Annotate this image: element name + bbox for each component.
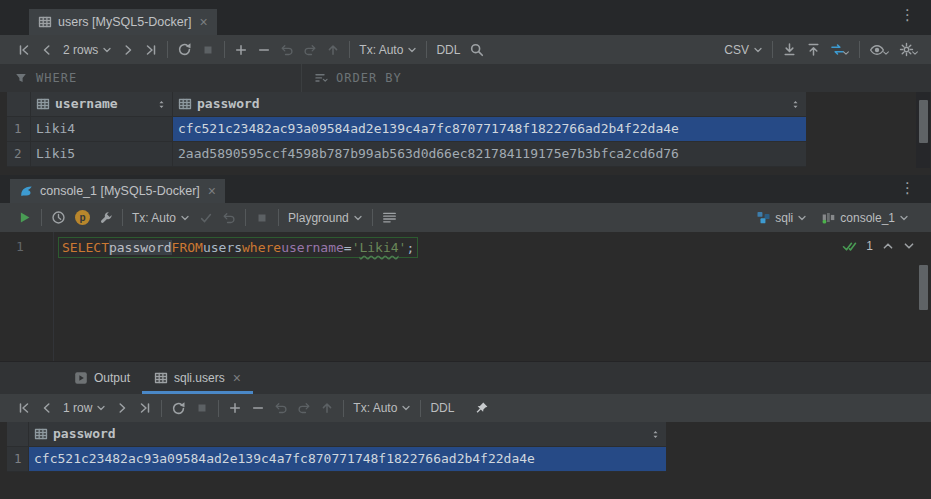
submit-icon[interactable]	[320, 401, 334, 415]
row-number[interactable]: 1	[7, 117, 30, 142]
import-upload-icon[interactable]	[806, 42, 821, 57]
cell-password[interactable]: 2aad5890595ccf4598b787b99ab563d0d66ec821…	[172, 142, 806, 167]
output-mode-icon[interactable]	[382, 210, 397, 225]
data-editor-toolbar-right: CSV	[724, 41, 919, 58]
order-by-filter[interactable]: ORDER BY	[301, 64, 402, 92]
search-icon[interactable]	[469, 42, 484, 57]
view-options-button[interactable]	[869, 42, 890, 58]
scrollbar-thumb[interactable]	[919, 265, 928, 310]
wrench-icon[interactable]	[99, 211, 113, 225]
rows-count-dropdown[interactable]: 1 row	[63, 401, 106, 415]
add-row-icon[interactable]	[228, 401, 242, 415]
undo-icon[interactable]	[274, 401, 288, 415]
sort-icon[interactable]	[790, 99, 801, 110]
scrollbar-track[interactable]	[916, 92, 930, 168]
result-toolbar: 1 row Tx: Auto DDL	[0, 394, 931, 422]
last-page-icon[interactable]	[138, 401, 152, 415]
cell-password-selected[interactable]: cfc521c23482ac93a09584ad2e139c4a7fc87077…	[28, 447, 666, 472]
settings-button[interactable]	[899, 42, 919, 57]
revert-icon[interactable]	[297, 401, 311, 415]
reload-icon[interactable]	[171, 401, 186, 416]
previous-page-icon[interactable]	[40, 401, 54, 415]
first-page-icon[interactable]	[17, 43, 31, 57]
stop-icon[interactable]	[255, 211, 269, 225]
scrollbar-thumb[interactable]	[919, 100, 928, 143]
sort-icon[interactable]	[156, 99, 167, 110]
export-download-icon[interactable]	[782, 42, 797, 57]
sql-keyword: SELECT	[62, 240, 109, 255]
parameters-icon[interactable]: p	[75, 210, 90, 225]
separator	[278, 209, 279, 226]
sql-editor[interactable]: 1 SELECT password FROM users where usern…	[0, 232, 931, 361]
close-icon[interactable]: ×	[233, 371, 241, 385]
row-number[interactable]: 2	[7, 142, 30, 167]
column-header-password[interactable]: password	[28, 422, 666, 447]
playground-mode-dropdown[interactable]: Playground	[288, 211, 363, 225]
pin-icon[interactable]	[475, 401, 489, 415]
sql-table-ref: users	[203, 240, 242, 255]
console-toolbar-right: sqli console_1	[756, 210, 919, 225]
tab-sqli-users-result[interactable]: sqli.users ×	[142, 362, 253, 394]
revert-icon[interactable]	[303, 43, 317, 57]
history-clock-icon[interactable]	[51, 210, 66, 225]
row-number[interactable]: 1	[7, 447, 28, 472]
tx-mode-dropdown[interactable]: Tx: Auto	[132, 211, 190, 225]
cell-username[interactable]: Liki4	[30, 117, 172, 142]
column-icon	[178, 97, 192, 111]
run-icon[interactable]	[17, 210, 32, 225]
first-page-icon[interactable]	[17, 401, 31, 415]
tab-console-1[interactable]: console_1 [MySQL5-Docker] ×	[10, 179, 225, 203]
sql-statement[interactable]: SELECT password FROM users where usernam…	[58, 237, 418, 258]
sql-string-quote: '	[352, 240, 360, 255]
output-play-icon	[74, 371, 88, 385]
next-page-icon[interactable]	[121, 43, 135, 57]
sql-string-quote: '	[399, 240, 407, 255]
close-icon[interactable]: ×	[208, 184, 216, 198]
cell-username[interactable]: Liki5	[30, 142, 172, 167]
delete-row-icon[interactable]	[257, 43, 271, 57]
table-icon	[38, 15, 52, 29]
separator	[224, 41, 225, 58]
where-filter[interactable]: WHERE	[0, 64, 301, 92]
ddl-button[interactable]: DDL	[430, 401, 454, 415]
separator	[859, 41, 860, 58]
column-header-password[interactable]: password	[172, 92, 806, 117]
next-page-icon[interactable]	[115, 401, 129, 415]
stop-icon[interactable]	[195, 401, 209, 415]
schema-icon	[756, 210, 771, 225]
filter-funnel-icon	[14, 71, 28, 85]
tab-title: users [MySQL5-Docker]	[58, 15, 191, 29]
close-icon[interactable]: ×	[199, 15, 207, 29]
sort-icon[interactable]	[650, 429, 661, 440]
separator	[245, 209, 246, 226]
export-format-dropdown[interactable]: CSV	[724, 43, 763, 57]
separator	[772, 41, 773, 58]
previous-page-icon[interactable]	[40, 43, 54, 57]
ddl-button[interactable]: DDL	[436, 43, 460, 57]
tab-output[interactable]: Output	[62, 362, 142, 394]
tx-mode-dropdown[interactable]: Tx: Auto	[359, 43, 417, 57]
rows-count-dropdown[interactable]: 2 rows	[63, 43, 112, 57]
session-selector[interactable]: console_1	[821, 210, 909, 225]
reload-icon[interactable]	[177, 42, 192, 57]
tab-users-table[interactable]: users [MySQL5-Docker] ×	[29, 9, 217, 35]
tx-mode-dropdown[interactable]: Tx: Auto	[353, 401, 411, 415]
column-header-label: password	[197, 92, 260, 116]
submit-icon[interactable]	[326, 43, 340, 57]
kebab-menu-icon[interactable]: ⋮	[900, 181, 915, 196]
stop-icon[interactable]	[201, 43, 215, 57]
compare-sync-button[interactable]	[830, 42, 850, 57]
last-page-icon[interactable]	[144, 43, 158, 57]
undo-icon[interactable]	[280, 43, 294, 57]
cell-password-selected[interactable]: cfc521c23482ac93a09584ad2e139c4a7fc87077…	[172, 117, 806, 142]
chevron-up-icon[interactable]	[882, 240, 894, 252]
commit-check-icon[interactable]	[199, 211, 213, 225]
column-header-username[interactable]: username	[30, 92, 172, 117]
schema-selector[interactable]: sqli	[756, 210, 807, 225]
kebab-menu-icon[interactable]: ⋮	[900, 8, 915, 23]
chevron-down-icon[interactable]	[903, 240, 915, 252]
header-gutter	[7, 92, 30, 117]
add-row-icon[interactable]	[234, 43, 248, 57]
delete-row-icon[interactable]	[251, 401, 265, 415]
rollback-icon[interactable]	[222, 211, 236, 225]
